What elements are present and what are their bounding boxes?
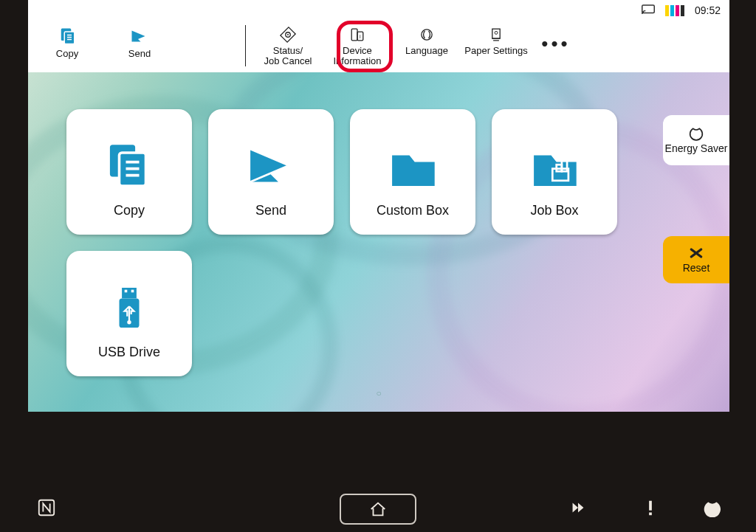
toolbar-paper-settings[interactable]: Paper Settings [464,24,528,56]
status-bar: 09:52 [28,0,729,21]
svg-point-21 [127,320,131,324]
tile-send-label: Send [255,203,286,218]
power-button[interactable] [701,498,721,520]
toolbar-language-label: Language [405,46,448,56]
svg-rect-18 [125,290,128,293]
tile-job-box-label: Job Box [530,203,578,218]
hardware-bar [0,486,756,532]
clock: 09:52 [695,4,721,16]
home-button[interactable] [340,494,416,525]
toolbar-status-job-cancel[interactable]: Status/ Job Cancel [256,24,320,67]
svg-rect-24 [649,513,652,516]
home-tiles: Copy Send Custom Box Job Box USB Drive [66,109,642,376]
svg-rect-17 [122,288,137,298]
toner-levels-icon [665,4,684,16]
svg-rect-23 [649,501,652,511]
tile-copy-label: Copy [114,203,145,218]
tile-copy[interactable]: Copy [66,109,192,235]
reset-label: Reset [683,262,710,274]
energy-saver-label: Energy Saver [665,142,728,154]
page-indicator: ○ [376,388,381,398]
tile-custom-box[interactable]: Custom Box [350,109,475,235]
skip-button[interactable] [568,498,588,520]
tile-job-box[interactable]: Job Box [492,109,617,235]
toolbar-language[interactable]: Language [395,24,458,56]
toolbar-status-label: Status/ Job Cancel [264,46,312,67]
cast-icon [642,4,655,17]
svg-rect-10 [492,29,500,38]
toolbar-copy-label: Copy [56,49,78,59]
svg-point-11 [495,31,498,34]
svg-rect-19 [131,290,134,293]
alert-button[interactable] [641,498,660,520]
tile-custom-box-label: Custom Box [377,203,449,218]
tile-send[interactable]: Send [208,109,334,235]
tile-usb-label: USB Drive [98,345,160,360]
svg-rect-0 [642,5,655,13]
toolbar-device-info-label: Device Information [333,46,381,67]
toolbar-send[interactable]: Send [106,24,173,59]
toolbar-device-information[interactable]: i Device Information [326,24,389,67]
svg-point-5 [287,34,289,35]
toolbar-more[interactable]: ••• [534,24,578,55]
svg-text:i: i [360,34,361,40]
toolbar-separator [245,25,246,66]
toolbar-paper-label: Paper Settings [464,46,527,56]
top-toolbar: Copy Send Status/ Job Cancel i Device In… [28,21,729,72]
reset-button[interactable]: Reset [663,236,729,283]
nfc-icon [37,498,56,520]
energy-saver-button[interactable]: Energy Saver [663,115,729,165]
toolbar-copy[interactable]: Copy [34,24,100,59]
toolbar-send-label: Send [128,49,151,59]
touch-screen: 09:52 Copy Send Status/ Job Cancel i Dev… [28,0,729,412]
svg-rect-6 [351,29,357,41]
tile-usb-drive[interactable]: USB Drive [66,251,192,376]
